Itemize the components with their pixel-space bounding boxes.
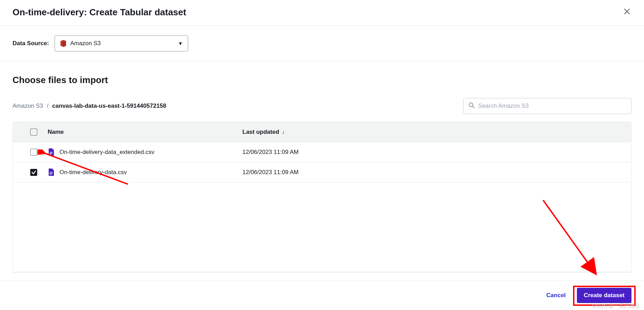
breadcrumb-root[interactable]: Amazon S3 — [13, 103, 43, 109]
close-icon — [624, 8, 630, 15]
header-bar: On-time-delivery: Create Tabular dataset — [0, 0, 644, 26]
s3-icon — [60, 40, 67, 47]
svg-rect-6 — [50, 172, 53, 173]
breadcrumb-separator: / — [47, 103, 49, 109]
svg-rect-4 — [50, 153, 53, 154]
file-icon — [48, 168, 55, 177]
page-title: On-time-delivery: Create Tabular dataset — [13, 7, 186, 18]
table-empty-area — [13, 182, 631, 272]
svg-rect-7 — [50, 173, 53, 174]
data-source-select[interactable]: Amazon S3 ▼ — [55, 35, 188, 51]
svg-rect-5 — [50, 154, 51, 155]
close-button[interactable] — [622, 7, 631, 18]
file-name: On-time-delivery-data.csv — [59, 169, 127, 176]
svg-rect-8 — [50, 174, 51, 175]
file-last-updated: 12/06/2023 11:09 AM — [242, 149, 299, 156]
table-row[interactable]: On-time-delivery-data_extended.csv 12/06… — [13, 142, 631, 162]
search-icon — [468, 102, 475, 110]
row-checkbox[interactable] — [30, 169, 37, 176]
table-row[interactable]: On-time-delivery-data.csv 12/06/2023 11:… — [13, 162, 631, 182]
column-header-last-updated[interactable]: Last updated — [242, 129, 279, 136]
table-header: Name Last updated ↓ — [13, 122, 631, 142]
svg-line-2 — [473, 106, 474, 108]
file-table: Name Last updated ↓ On-time-delivery-dat… — [13, 122, 631, 272]
file-name: On-time-delivery-data_extended.csv — [59, 149, 154, 156]
svg-point-0 — [62, 43, 64, 44]
footer: Cancel Create dataset — [0, 280, 644, 310]
file-last-updated: 12/06/2023 11:09 AM — [242, 169, 299, 176]
breadcrumb-current: canvas-lab-data-us-east-1-591440572158 — [52, 103, 166, 109]
cancel-button[interactable]: Cancel — [544, 288, 569, 302]
search-box[interactable] — [463, 98, 631, 114]
breadcrumb: Amazon S3 / canvas-lab-data-us-east-1-59… — [13, 103, 166, 109]
data-source-label: Data Source: — [13, 40, 49, 47]
section-title: Choose files to import — [13, 75, 631, 85]
caret-down-icon: ▼ — [178, 41, 183, 46]
row-checkbox[interactable] — [30, 149, 37, 156]
file-icon — [48, 148, 55, 156]
svg-rect-3 — [50, 152, 53, 153]
data-source-value: Amazon S3 — [70, 40, 101, 47]
column-header-name[interactable]: Name — [48, 129, 64, 136]
create-dataset-button[interactable]: Create dataset — [577, 288, 631, 303]
sort-descending-icon: ↓ — [282, 129, 285, 135]
search-input[interactable] — [478, 103, 626, 109]
data-source-row: Data Source: Amazon S3 ▼ — [0, 26, 644, 62]
select-all-checkbox[interactable] — [30, 129, 37, 136]
